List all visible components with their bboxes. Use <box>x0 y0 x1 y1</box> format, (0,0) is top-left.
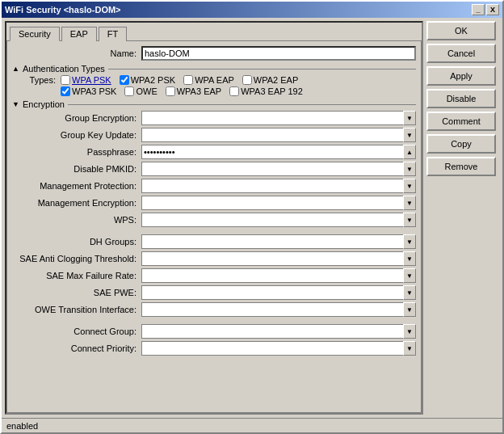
status-bar: enabled <box>2 418 502 432</box>
types-row-2: WPA3 PSK OWE WPA3 EAP <box>12 86 416 96</box>
encryption-arrow[interactable]: ▼ <box>12 100 19 108</box>
checkbox-wpa3-psk[interactable]: WPA3 PSK <box>61 86 116 96</box>
mgmt-protection-row: Management Protection: ▼ <box>12 179 416 193</box>
disable-pmkid-label: Disable PMKID: <box>12 164 141 174</box>
connect-group-row: Connect Group: ▼ <box>12 324 416 339</box>
group-key-update-dropdown-btn[interactable]: ▼ <box>403 128 416 142</box>
passphrase-row: Passphrase: ▲ <box>12 145 416 159</box>
name-input[interactable] <box>141 46 416 61</box>
auth-types-arrow[interactable]: ▲ <box>12 65 19 73</box>
name-label: Name: <box>12 48 141 58</box>
group-key-update-input[interactable] <box>141 128 403 142</box>
checkbox-wpa-psk[interactable]: WPA PSK <box>61 75 111 85</box>
wps-label: WPS: <box>12 215 141 225</box>
connect-priority-input[interactable] <box>141 341 403 356</box>
owe-transition-dropdown-btn[interactable]: ▼ <box>403 302 416 317</box>
checkbox-wpa2-psk-input[interactable] <box>120 75 129 85</box>
wps-dropdown-btn[interactable]: ▼ <box>403 213 416 227</box>
checkbox-owe-input[interactable] <box>124 86 134 96</box>
sae-anti-clogging-dropdown-btn[interactable]: ▼ <box>403 251 416 266</box>
checkboxes-row1: WPA PSK WPA2 PSK WPA EAP <box>61 75 298 85</box>
dh-groups-label: DH Groups: <box>12 237 141 246</box>
content-area: Security EAP FT Name: <box>2 18 502 418</box>
title-bar: WiFi Security <haslo-DOM> _ X <box>2 2 502 18</box>
connect-priority-row: Connect Priority: ▼ <box>12 341 416 356</box>
checkbox-wpa-psk-input[interactable] <box>61 75 70 85</box>
apply-button[interactable]: Apply <box>426 66 496 86</box>
minimize-button[interactable]: _ <box>472 4 485 15</box>
name-row: Name: <box>12 46 416 61</box>
tab-eap[interactable]: EAP <box>61 27 97 41</box>
tab-security[interactable]: Security <box>10 27 60 41</box>
auth-types-line <box>108 69 416 70</box>
checkbox-owe[interactable]: OWE <box>124 86 157 96</box>
checkbox-wpa2-psk[interactable]: WPA2 PSK <box>120 75 175 85</box>
wps-input[interactable] <box>141 213 403 227</box>
group-key-update-label: Group Key Update: <box>12 130 141 140</box>
passphrase-input[interactable] <box>141 145 403 159</box>
tab-ft[interactable]: FT <box>99 27 127 41</box>
sae-max-failure-wrapper: ▼ <box>141 268 416 283</box>
auth-types-section: ▲ Authentication Types Types: WPA PSK <box>12 64 416 96</box>
dh-groups-row: DH Groups: ▼ <box>12 234 416 249</box>
sae-pwe-input[interactable] <box>141 285 403 300</box>
disable-button[interactable]: Disable <box>426 89 496 108</box>
connect-priority-dropdown-btn[interactable]: ▼ <box>403 341 416 356</box>
checkbox-wpa3-psk-input[interactable] <box>61 86 70 96</box>
encryption-header: ▼ Encryption <box>12 99 416 109</box>
connect-priority-wrapper: ▼ <box>141 341 416 356</box>
sae-max-failure-row: SAE Max Failure Rate: ▼ <box>12 268 416 283</box>
auth-types-header: ▲ Authentication Types <box>12 64 416 74</box>
sae-max-failure-input[interactable] <box>141 268 403 283</box>
checkbox-wpa-eap-input[interactable] <box>183 75 193 85</box>
passphrase-wrapper: ▲ <box>141 145 416 159</box>
encryption-line <box>68 104 416 105</box>
passphrase-label: Passphrase: <box>12 147 141 157</box>
close-button[interactable]: X <box>486 4 499 15</box>
checkbox-wpa3-eap-192-input[interactable] <box>229 86 239 96</box>
group-key-update-wrapper: ▼ <box>141 128 416 142</box>
sae-pwe-label: SAE PWE: <box>12 288 141 297</box>
sae-anti-clogging-label: SAE Anti Clogging Threshold: <box>12 254 141 263</box>
title-bar-buttons: _ X <box>472 4 499 15</box>
cancel-button[interactable]: Cancel <box>426 44 496 63</box>
checkbox-wpa2-eap-input[interactable] <box>242 75 252 85</box>
checkbox-wpa-eap[interactable]: WPA EAP <box>183 75 234 85</box>
checkbox-wpa3-eap-input[interactable] <box>166 86 175 96</box>
mgmt-encryption-dropdown-btn[interactable]: ▼ <box>403 196 416 210</box>
connect-group-input[interactable] <box>141 324 403 339</box>
disable-pmkid-row: Disable PMKID: ▼ <box>12 162 416 176</box>
checkbox-wpa2-eap[interactable]: WPA2 EAP <box>242 75 298 85</box>
copy-button[interactable]: Copy <box>426 134 496 154</box>
mgmt-protection-label: Management Protection: <box>12 181 141 191</box>
checkbox-wpa3-eap-192[interactable]: WPA3 EAP 192 <box>229 86 303 96</box>
mgmt-protection-dropdown-btn[interactable]: ▼ <box>403 179 416 193</box>
passphrase-toggle-btn[interactable]: ▲ <box>403 145 416 159</box>
dh-groups-dropdown-btn[interactable]: ▼ <box>403 234 416 249</box>
disable-pmkid-input[interactable] <box>141 162 403 176</box>
disable-pmkid-dropdown-btn[interactable]: ▼ <box>403 162 416 176</box>
checkbox-wpa3-eap[interactable]: WPA3 EAP <box>166 86 221 96</box>
comment-button[interactable]: Comment <box>426 112 496 131</box>
mgmt-encryption-input[interactable] <box>141 196 403 210</box>
group-encryption-dropdown-btn[interactable]: ▼ <box>403 111 416 125</box>
dh-groups-input[interactable] <box>141 234 403 249</box>
mgmt-protection-wrapper: ▼ <box>141 179 416 193</box>
remove-button[interactable]: Remove <box>426 157 496 176</box>
sae-anti-clogging-row: SAE Anti Clogging Threshold: ▼ <box>12 251 416 266</box>
auth-types-label: Authentication Types <box>23 64 105 74</box>
mgmt-encryption-row: Management Encryption: ▼ <box>12 196 416 210</box>
mgmt-protection-input[interactable] <box>141 179 403 193</box>
right-panel: OK Cancel Apply Disable Comment Copy Rem… <box>426 21 499 415</box>
sae-pwe-dropdown-btn[interactable]: ▼ <box>403 285 416 300</box>
owe-transition-input[interactable] <box>141 302 403 317</box>
sae-max-failure-dropdown-btn[interactable]: ▼ <box>403 268 416 283</box>
types-label: Types: <box>28 75 61 85</box>
sae-anti-clogging-input[interactable] <box>141 251 403 266</box>
connect-group-dropdown-btn[interactable]: ▼ <box>403 324 416 339</box>
connect-group-wrapper: ▼ <box>141 324 416 339</box>
main-window: WiFi Security <haslo-DOM> _ X Security E… <box>0 0 504 434</box>
status-text: enabled <box>6 421 38 431</box>
group-encryption-input[interactable] <box>141 111 403 125</box>
ok-button[interactable]: OK <box>426 21 496 40</box>
